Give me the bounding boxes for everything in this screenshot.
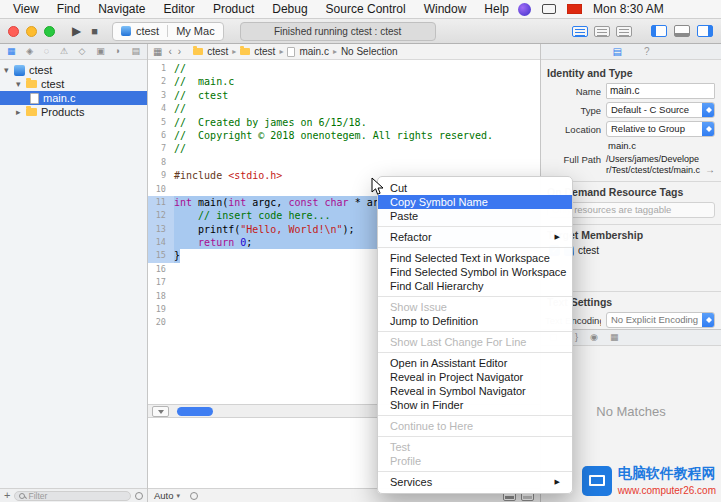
navigator-tab-7-icon[interactable]: ▤ — [131, 47, 140, 56]
context-menu-item-refactor[interactable]: Refactor▶ — [378, 230, 572, 244]
text-encoding-popup[interactable]: No Explicit Encoding — [606, 312, 715, 328]
line-number: 8 — [148, 156, 174, 169]
disclosure-open-icon[interactable]: ▾ — [4, 65, 14, 75]
menu-source-control[interactable]: Source Control — [317, 2, 415, 16]
navigator-tab-3-icon[interactable]: ⚠ — [60, 47, 68, 56]
back-button[interactable]: ‹ — [168, 47, 171, 57]
minimize-window-button[interactable] — [26, 26, 37, 37]
menu-editor[interactable]: Editor — [155, 2, 204, 16]
filter-field[interactable]: Filter — [14, 491, 131, 501]
assistant-editor-button[interactable] — [594, 26, 610, 37]
context-menu-item-find-call-hierarchy[interactable]: Find Call Hierarchy — [378, 279, 572, 293]
menu-navigate[interactable]: Navigate — [89, 2, 154, 16]
code-line[interactable]: 7// — [148, 142, 540, 155]
type-popup[interactable]: Default - C Source — [606, 102, 715, 118]
tree-item-group-products[interactable]: ▸ Products — [0, 105, 147, 119]
tree-item-group-ctest[interactable]: ▾ ctest — [0, 77, 147, 91]
disclosure-open-icon[interactable]: ▾ — [16, 79, 26, 89]
toggle-debug-area-button[interactable] — [674, 25, 690, 37]
context-menu-item-copy-symbol-name[interactable]: Copy Symbol Name — [378, 195, 572, 209]
folder-icon — [26, 108, 37, 116]
related-items-icon[interactable]: ▦ — [153, 47, 162, 57]
menu-debug[interactable]: Debug — [263, 2, 316, 16]
code-line[interactable]: 2// main.c — [148, 75, 540, 88]
code-line[interactable]: 8 — [148, 156, 540, 169]
tree-item-label: ctest — [29, 64, 52, 76]
navigator-tab-2-icon[interactable]: ◌ — [44, 47, 49, 56]
code-line[interactable]: 5// Created by james on 6/15/18. — [148, 116, 540, 129]
context-menu-item-show-last-change-for-line: Show Last Change For Line — [378, 335, 572, 349]
code-line[interactable]: 1// — [148, 62, 540, 75]
run-button[interactable]: ▶ — [72, 24, 81, 38]
inspector-tab-1-icon[interactable]: ? — [644, 47, 650, 57]
menu-window[interactable]: Window — [415, 2, 476, 16]
input-language-flag-icon[interactable] — [567, 4, 582, 14]
location-popup[interactable]: Relative to Group — [606, 121, 715, 137]
tree-item-file-main-c[interactable]: main.c — [0, 91, 147, 105]
stop-button[interactable]: ■ — [91, 25, 98, 37]
menu-separator — [378, 247, 572, 248]
toggle-inspector-button[interactable] — [697, 25, 713, 37]
reveal-path-arrow-icon[interactable]: → — [705, 164, 715, 175]
context-menu-item-label: Find Selected Symbol in Workspace — [390, 265, 567, 279]
filter-icon[interactable] — [190, 492, 198, 500]
library-tab-3-icon[interactable]: ▦ — [610, 333, 619, 342]
code-line[interactable]: 6// Copyright © 2018 onenotegem. All rig… — [148, 129, 540, 142]
navigator-tab-5-icon[interactable]: ▣ — [96, 47, 105, 56]
context-menu-item-open-in-assistant-editor[interactable]: Open in Assistant Editor — [378, 356, 572, 370]
context-menu-item-cut[interactable]: Cut — [378, 181, 572, 195]
add-button[interactable]: + — [4, 490, 10, 501]
context-menu-item-services[interactable]: Services▶ — [378, 475, 572, 489]
disclosure-closed-icon[interactable]: ▸ — [16, 107, 26, 117]
display-icon[interactable] — [542, 4, 556, 14]
context-menu-item-find-selected-symbol-in-workspace[interactable]: Find Selected Symbol in Workspace — [378, 265, 572, 279]
scheme-destination: My Mac — [176, 25, 215, 37]
context-menu-item-paste[interactable]: Paste — [378, 209, 572, 223]
toggle-navigator-button[interactable] — [651, 25, 667, 37]
navigator-tab-1-icon[interactable]: ◈ — [26, 47, 33, 56]
name-field[interactable]: main.c — [606, 83, 715, 99]
c-file-icon — [30, 93, 39, 104]
code-line[interactable]: 4// — [148, 102, 540, 115]
jump-bar-segment-main-c[interactable]: main.c — [287, 46, 328, 57]
folder-icon — [26, 80, 37, 88]
menu-view[interactable]: View — [4, 2, 48, 16]
context-menu-item-reveal-in-project-navigator[interactable]: Reveal in Project Navigator — [378, 370, 572, 384]
jump-bar-segment-ctest[interactable]: ctest — [240, 46, 275, 57]
standard-editor-button[interactable] — [572, 26, 588, 37]
jump-bar-segment-label: main.c — [299, 46, 328, 57]
zoom-window-button[interactable] — [44, 26, 55, 37]
jump-bar-segment-no-selection[interactable]: No Selection — [341, 46, 398, 57]
jump-bar-segment-label: No Selection — [341, 46, 398, 57]
version-editor-button[interactable] — [616, 26, 632, 37]
recent-files-icon[interactable] — [135, 492, 143, 500]
navigator-tab-6-icon[interactable]: ◗ — [115, 47, 120, 56]
close-window-button[interactable] — [8, 26, 19, 37]
search-icon — [19, 493, 25, 499]
code-text: // ctest — [174, 89, 228, 102]
context-menu-item-label: Reveal in Project Navigator — [390, 370, 523, 384]
menu-bar-clock[interactable]: Mon 8:30 AM — [593, 2, 664, 16]
navigator-tab-0-icon[interactable]: ▦ — [7, 47, 16, 56]
code-line[interactable]: 3// ctest — [148, 89, 540, 102]
context-menu-item-show-in-finder[interactable]: Show in Finder — [378, 398, 572, 412]
menu-product[interactable]: Product — [204, 2, 263, 16]
context-menu-item-jump-to-definition[interactable]: Jump to Definition — [378, 314, 572, 328]
navigator-tab-4-icon[interactable]: ◇ — [79, 47, 86, 56]
tree-item-project-ctest[interactable]: ▾ ctest — [0, 63, 147, 77]
library-tab-2-icon[interactable]: ◉ — [590, 333, 598, 342]
hide-debug-area-button[interactable] — [152, 406, 169, 417]
popup-stepper-icon — [702, 312, 715, 328]
context-menu-item-find-selected-text-in-workspace[interactable]: Find Selected Text in Workspace — [378, 251, 572, 265]
menu-help[interactable]: Help — [475, 2, 518, 16]
variables-view-scope-popup[interactable]: Auto ▾ — [154, 490, 180, 501]
breakpoint-pill[interactable] — [177, 407, 213, 416]
inspector-tab-0-icon[interactable]: ▤ — [612, 47, 621, 57]
section-title-identity: Identity and Type — [547, 67, 715, 79]
forward-button[interactable]: › — [178, 47, 181, 57]
siri-icon[interactable] — [518, 3, 531, 16]
scheme-selector[interactable]: ctest My Mac — [112, 22, 224, 41]
menu-find[interactable]: Find — [48, 2, 89, 16]
context-menu-item-reveal-in-symbol-navigator[interactable]: Reveal in Symbol Navigator — [378, 384, 572, 398]
jump-bar-segment-ctest[interactable]: ctest — [193, 46, 228, 57]
